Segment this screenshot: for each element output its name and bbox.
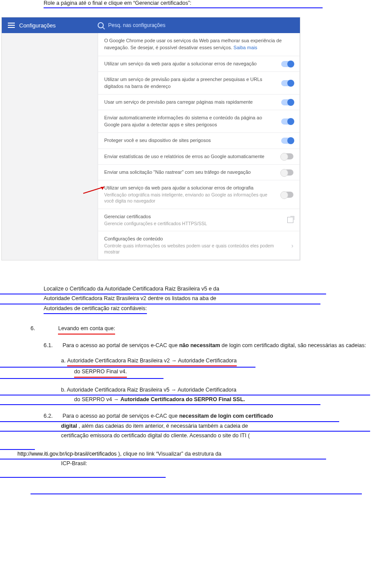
- settings-row-sublabel: Gerencie configurações e certificados HT…: [104, 220, 281, 227]
- settings-row[interactable]: Usar um serviço de previsão para carrega…: [98, 95, 300, 110]
- t-6-1-a: Para o acesso ao portal de serviços e-CA…: [62, 342, 179, 348]
- settings-screenshot: Configurações Pesq. nas configurações O …: [1, 17, 300, 260]
- settings-row[interactable]: Enviar automaticamente informações do si…: [98, 110, 300, 133]
- settings-row-label: Enviar uma solicitação "Não rastrear" co…: [104, 169, 281, 176]
- toggle-switch[interactable]: [281, 118, 293, 125]
- search-icon: [98, 22, 104, 28]
- toggle-switch[interactable]: [281, 61, 293, 67]
- t62-h: ICP-Brasil:: [61, 460, 87, 466]
- t-6-1-b: não necessitam: [179, 342, 220, 348]
- settings-row[interactable]: Utilizar um serviço da web para ajudar a…: [98, 56, 300, 72]
- toggle-switch[interactable]: [281, 138, 293, 144]
- settings-row[interactable]: Proteger você e seu dispositivo de sites…: [98, 133, 300, 149]
- settings-header: Configurações Pesq. nas configurações: [2, 17, 300, 33]
- note-6-text: Levando em conta que:: [58, 324, 115, 334]
- settings-row-label: Proteger você e seu dispositivo de sites…: [104, 137, 281, 144]
- step-text-top: Role a página até o final e clique em “G…: [44, 0, 191, 6]
- settings-row[interactable]: Utilizar um serviço da web para ajudar a…: [98, 180, 300, 209]
- t62-c: digital: [61, 423, 77, 429]
- t62-b: necessitam de login com certificado: [179, 413, 273, 419]
- menu-icon[interactable]: [8, 23, 15, 28]
- step-1a: Localize o Certificado da Autoridade Cer…: [44, 286, 219, 292]
- t62-e: certificação emissora do certificado dig…: [61, 433, 250, 439]
- settings-row-label: Utilizar um serviço da web para ajudar a…: [104, 61, 281, 67]
- t62-g: ), clique no link “Visualizar” da estrut…: [118, 451, 221, 457]
- settings-row-sublabel: Controle quais informações os websites p…: [104, 243, 285, 255]
- settings-row-label: Usar um serviço de previsão para carrega…: [104, 99, 281, 105]
- privacy-panel: O Google Chrome pode usar os serviços da…: [98, 33, 300, 260]
- label-b: b.: [61, 387, 67, 393]
- settings-row-label: Configurações de conteúdoControle quais …: [104, 236, 291, 255]
- toggle-switch[interactable]: [281, 153, 293, 159]
- settings-row[interactable]: Utilizar um serviço de previsão para aju…: [98, 72, 300, 95]
- chain-b-1: Autoridade Certificadora Raiz Brasileira…: [67, 387, 236, 393]
- num-6-2: 6.2.: [44, 412, 61, 420]
- t-6-1-c: de login com certificado digital, são ne…: [221, 342, 366, 348]
- step-1b: Autoridade Certificadora Raiz Brasileira…: [44, 295, 216, 301]
- settings-row[interactable]: Enviar estatísticas de uso e relatórios …: [98, 149, 300, 165]
- open-external-icon[interactable]: [287, 217, 293, 223]
- toggle-switch[interactable]: [281, 99, 293, 105]
- settings-row[interactable]: Enviar uma solicitação "Não rastrear" co…: [98, 165, 300, 180]
- toggle-switch[interactable]: [281, 169, 293, 176]
- t62-f[interactable]: http://www.iti.gov.br/icp-brasil/certifi…: [17, 451, 117, 457]
- settings-row[interactable]: Gerenciar certificadosGerencie configura…: [98, 209, 300, 231]
- settings-row-label: Utilizar um serviço da web para ajudar a…: [104, 185, 281, 204]
- t62-a: Para o acesso ao portal de serviços e-CA…: [62, 413, 179, 419]
- num-6-1: 6.1.: [44, 341, 61, 350]
- chevron-right-icon[interactable]: ›: [291, 242, 293, 249]
- settings-title: Configurações: [19, 22, 56, 29]
- settings-row-sublabel: Verificação ortográfica mais inteligente…: [104, 192, 275, 204]
- settings-row-label: Enviar estatísticas de uso e relatórios …: [104, 153, 281, 160]
- chain-b-3: Autoridade Certificadora do SERPRO Final…: [120, 396, 245, 402]
- settings-row-label: Utilizar um serviço de previsão para aju…: [104, 76, 281, 90]
- chain-a-2: do SERPRO Final v4.: [74, 368, 127, 375]
- search-settings[interactable]: Pesq. nas configurações: [98, 22, 300, 28]
- privacy-intro: O Google Chrome pode usar os serviços da…: [98, 33, 300, 56]
- num-6: 6.: [31, 324, 57, 333]
- settings-row[interactable]: Configurações de conteúdoControle quais …: [98, 231, 300, 260]
- t62-d: , além das cadeias do item anterior, é n…: [78, 423, 248, 429]
- chain-a-1: Autoridade Certificadora Raiz Brasileira…: [67, 358, 237, 364]
- step-1c: Autoridades de certificação raiz confiáv…: [44, 305, 147, 311]
- toggle-switch[interactable]: [281, 80, 293, 86]
- chain-b-2: do SERPRO v4 →: [74, 396, 120, 402]
- search-placeholder: Pesq. nas configurações: [108, 22, 165, 28]
- settings-row-label: Gerenciar certificadosGerencie configura…: [104, 213, 287, 226]
- toggle-switch[interactable]: [281, 192, 293, 198]
- settings-row-label: Enviar automaticamente informações do si…: [104, 115, 281, 128]
- learn-more-link[interactable]: Saiba mais: [234, 45, 257, 50]
